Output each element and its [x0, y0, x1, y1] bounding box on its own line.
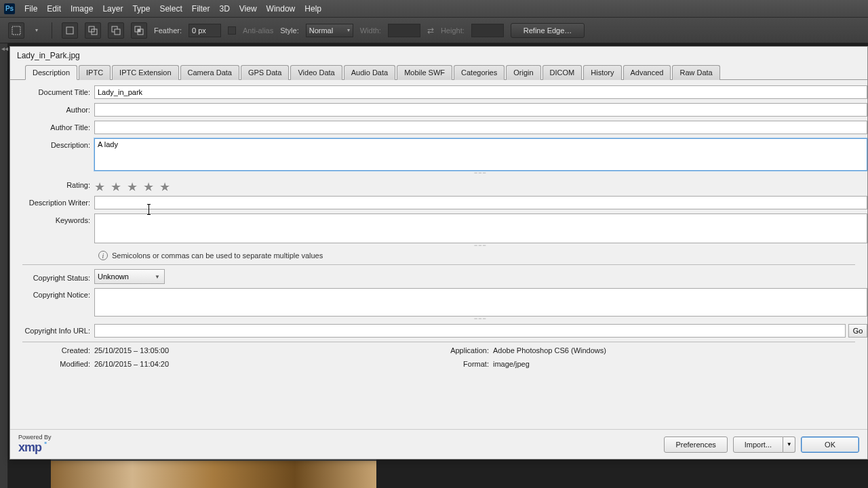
- tab-camera-data[interactable]: Camera Data: [180, 65, 239, 80]
- created-label: Created:: [10, 346, 94, 354]
- tab-gps-data[interactable]: GPS Data: [241, 65, 290, 80]
- copyright-notice-textarea[interactable]: [94, 288, 867, 317]
- tab-history[interactable]: History: [583, 65, 621, 80]
- author-title-label: Author Title:: [10, 121, 94, 131]
- tab-dicom[interactable]: DICOM: [542, 65, 583, 80]
- menu-image[interactable]: Image: [71, 4, 93, 14]
- menu-file[interactable]: File: [24, 4, 37, 14]
- import-dropdown[interactable]: ▼: [783, 436, 795, 453]
- info-icon: i: [98, 251, 108, 260]
- tab-iptc-extension[interactable]: IPTC Extension: [112, 65, 178, 80]
- description-textarea[interactable]: [94, 138, 867, 171]
- menu-help[interactable]: Help: [304, 4, 321, 14]
- author-title-input[interactable]: [94, 121, 867, 134]
- file-info-dialog: Lady_in_Park.jpg Description IPTC IPTC E…: [9, 46, 868, 460]
- app-logo: [4, 3, 15, 14]
- height-input: [471, 24, 504, 37]
- resize-grip[interactable]: ═══: [94, 171, 867, 174]
- ok-button[interactable]: OK: [801, 436, 859, 453]
- feather-label: Feather:: [154, 26, 182, 35]
- swap-dimensions-icon: ⇄: [427, 26, 434, 35]
- import-button[interactable]: Import...: [733, 436, 783, 453]
- tab-iptc[interactable]: IPTC: [79, 65, 111, 80]
- divider: [22, 342, 855, 342]
- application-value: Adobe Photoshop CS6 (Windows): [493, 346, 606, 354]
- tab-origin[interactable]: Origin: [506, 65, 540, 80]
- height-label: Height:: [441, 26, 465, 35]
- star-3[interactable]: ★: [127, 180, 139, 192]
- refine-edge-button[interactable]: Refine Edge…: [511, 23, 585, 38]
- menu-view[interactable]: View: [239, 4, 257, 14]
- expand-tools-icon[interactable]: ◂◂: [0, 43, 9, 53]
- divider: [22, 264, 855, 265]
- separator: [52, 22, 52, 39]
- feather-input[interactable]: [189, 24, 221, 37]
- go-button[interactable]: Go: [848, 324, 867, 338]
- preferences-button[interactable]: Preferences: [664, 436, 727, 453]
- star-2[interactable]: ★: [111, 180, 123, 192]
- menu-3d[interactable]: 3D: [219, 4, 229, 14]
- new-selection-icon[interactable]: [62, 22, 78, 39]
- menu-filter[interactable]: Filter: [192, 4, 210, 14]
- svg-rect-1: [66, 27, 73, 34]
- menu-type[interactable]: Type: [132, 4, 150, 14]
- resize-grip[interactable]: ═══: [94, 244, 867, 247]
- resize-grip[interactable]: ═══: [94, 317, 867, 320]
- copyright-notice-label: Copyright Notice:: [10, 288, 94, 299]
- modified-label: Modified:: [10, 360, 94, 368]
- powered-by-label: Powered By: [18, 434, 52, 441]
- width-label: Width:: [360, 26, 381, 35]
- options-bar: Feather: Anti-alias Style: Normal Width:…: [0, 18, 868, 43]
- xmp-logo: xmp: [18, 441, 41, 455]
- keywords-textarea[interactable]: [94, 214, 867, 243]
- svg-rect-5: [115, 29, 120, 35]
- application-label: Application:: [439, 346, 493, 354]
- copyright-status-label: Copyright Status:: [10, 271, 94, 282]
- menu-select[interactable]: Select: [159, 4, 182, 14]
- document-title-input[interactable]: [94, 85, 867, 99]
- star-4[interactable]: ★: [143, 180, 155, 192]
- star-5[interactable]: ★: [159, 180, 172, 192]
- modified-value: 26/10/2015 – 11:04:20: [94, 360, 169, 368]
- format-value: image/jpeg: [493, 360, 530, 368]
- tab-audio-data[interactable]: Audio Data: [344, 65, 395, 80]
- tab-raw-data[interactable]: Raw Data: [672, 65, 719, 80]
- menubar: File Edit Image Layer Type Select Filter…: [0, 0, 868, 18]
- copyright-url-input[interactable]: [94, 324, 846, 338]
- tab-categories[interactable]: Categories: [454, 65, 505, 80]
- description-label: Description:: [10, 138, 94, 149]
- menu-layer[interactable]: Layer: [102, 4, 123, 14]
- style-select[interactable]: Normal: [306, 24, 353, 37]
- width-input: [388, 24, 420, 37]
- anti-alias-label: Anti-alias: [243, 26, 273, 35]
- description-writer-input[interactable]: [94, 196, 867, 209]
- document-title-label: Document Title:: [10, 85, 94, 96]
- dialog-title: Lady_in_Park.jpg: [10, 47, 867, 64]
- svg-rect-8: [138, 29, 140, 32]
- anti-alias-checkbox: [228, 26, 236, 35]
- keywords-label: Keywords:: [10, 214, 94, 224]
- tab-mobile-swf[interactable]: Mobile SWF: [397, 65, 452, 80]
- add-selection-icon[interactable]: [85, 22, 101, 39]
- menu-edit[interactable]: Edit: [47, 4, 61, 14]
- tab-video-data[interactable]: Video Data: [290, 65, 342, 80]
- text-cursor-icon: [149, 204, 149, 215]
- keywords-hint: Semicolons or commas can be used to sepa…: [112, 251, 323, 260]
- description-writer-label: Description Writer:: [10, 196, 94, 207]
- tab-description[interactable]: Description: [25, 65, 77, 80]
- subtract-selection-icon[interactable]: [108, 22, 124, 39]
- canvas-preview: [51, 460, 376, 488]
- rating-label: Rating:: [10, 178, 94, 189]
- copyright-status-select[interactable]: Unknown: [94, 269, 165, 284]
- copyright-url-label: Copyright Info URL:: [10, 324, 94, 335]
- marquee-tool-icon[interactable]: [8, 22, 24, 39]
- author-input[interactable]: [94, 103, 867, 117]
- tab-advanced[interactable]: Advanced: [623, 65, 671, 80]
- tool-strip: ◂◂: [0, 43, 8, 488]
- star-1[interactable]: ★: [94, 180, 106, 192]
- style-label: Style:: [280, 26, 299, 35]
- author-label: Author:: [10, 103, 94, 114]
- menu-window[interactable]: Window: [267, 4, 296, 14]
- intersect-selection-icon[interactable]: [131, 22, 147, 39]
- tool-preset-dropdown[interactable]: [31, 22, 42, 39]
